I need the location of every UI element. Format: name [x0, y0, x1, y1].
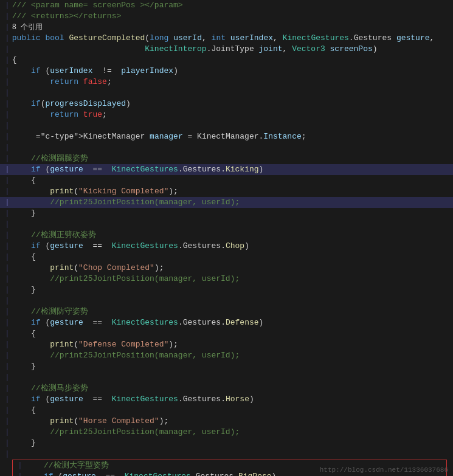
line-text: 8 个引用 [12, 22, 43, 33]
code-line: | [0, 219, 453, 230]
line-text: if (gesture == KinectGestures.Gestures.B… [25, 471, 277, 476]
code-line: |8 个引用 [0, 22, 453, 33]
line-text: { [12, 55, 17, 66]
line-text: if (gesture == KinectGestures.Gestures.D… [12, 317, 264, 328]
code-line: | ="c-type">KinectManager manager = Kine… [0, 131, 453, 142]
line-text: //检测马步姿势 [12, 383, 88, 394]
line-text: if (gesture == KinectGestures.Gestures.K… [12, 164, 264, 175]
code-line: |{ [0, 55, 453, 66]
code-line: | print("Kicking Completed"); [0, 186, 453, 197]
line-marker: | [5, 361, 10, 372]
code-line: | if (gesture == KinectGestures.Gestures… [0, 241, 453, 252]
line-text: print("Kicking Completed"); [12, 186, 178, 197]
line-marker: | [18, 460, 22, 471]
code-line: | { [0, 328, 453, 339]
code-line: |/// <returns></returns> [0, 11, 453, 22]
line-text: //print25JointPosition(manager, userId); [12, 274, 240, 285]
line-text: //检测正劈砍姿势 [12, 230, 96, 241]
line-marker: | [5, 197, 10, 208]
line-text: if (userIndex != playerIndex) [12, 66, 178, 77]
line-marker: | [5, 153, 10, 164]
line-marker: | [5, 88, 10, 98]
line-marker: | [5, 98, 10, 109]
code-line: | } [0, 285, 453, 295]
line-marker: | [5, 120, 10, 131]
code-line: | [0, 120, 453, 131]
line-text: } [12, 438, 36, 449]
line-text: //print25JointPosition(manager, userId); [12, 427, 240, 438]
code-line: | //检测正劈砍姿势 [0, 230, 453, 241]
line-text: } [12, 285, 36, 295]
line-marker: | [5, 394, 10, 405]
line-marker: | [5, 175, 10, 186]
code-line: | //检测马步姿势 [0, 383, 453, 394]
line-text: //检测大字型姿势 [25, 460, 109, 471]
line-marker: | [5, 295, 10, 306]
code-line: |public bool GestureCompleted(long userI… [0, 33, 453, 44]
code-line: | [0, 295, 453, 306]
line-text: //检测踢腿姿势 [12, 153, 88, 164]
line-text: { [12, 405, 36, 416]
code-line: | //print25JointPosition(manager, userId… [0, 427, 453, 438]
code-line: | } [0, 361, 453, 372]
code-line: | [0, 372, 453, 383]
code-line: | //检测踢腿姿势 [0, 153, 453, 164]
line-marker: | [5, 350, 10, 361]
line-text: KinectInterop.JointType joint, Vector3 s… [12, 44, 378, 55]
line-marker: | [5, 0, 10, 11]
line-text: print("Defense Completed"); [12, 339, 178, 350]
code-line: | { [0, 405, 453, 416]
line-text: public bool GestureCompleted(long userId… [12, 33, 435, 44]
line-text: { [12, 252, 36, 263]
code-line: | print("Chop Completed"); [0, 263, 453, 274]
line-text: } [12, 361, 36, 372]
line-marker: | [5, 328, 10, 339]
code-line: | } [0, 438, 453, 449]
code-line: | { [0, 252, 453, 263]
code-line: | [0, 88, 453, 98]
line-text: print("Chop Completed"); [12, 263, 164, 274]
line-marker: | [5, 383, 10, 394]
line-marker: | [5, 449, 10, 460]
line-marker: | [5, 252, 10, 263]
line-text: return true; [12, 109, 107, 120]
code-line: | return false; [0, 77, 453, 88]
line-marker: | [5, 164, 10, 175]
line-marker: | [5, 438, 10, 449]
line-marker: | [5, 33, 10, 44]
code-line: | //print25JointPosition(manager, userId… [0, 197, 453, 208]
line-marker: | [5, 405, 10, 416]
code-line: | //检测防守姿势 [0, 306, 453, 317]
code-line: | if (gesture == KinectGestures.Gestures… [0, 164, 453, 175]
line-text: return false; [12, 77, 112, 88]
line-text: if (gesture == KinectGestures.Gestures.H… [12, 394, 254, 405]
code-line: | if (userIndex != playerIndex) [0, 66, 453, 77]
code-editor: |/// <param name= screenPos ></param>|//… [0, 0, 453, 476]
code-line: | print("Defense Completed"); [0, 339, 453, 350]
code-line: | if(progressDisplayed) [0, 98, 453, 109]
line-marker: | [5, 44, 10, 55]
line-text: /// <param name= screenPos ></param> [12, 0, 183, 11]
code-line: |/// <param name= screenPos ></param> [0, 0, 453, 11]
code-line: | { [0, 175, 453, 186]
line-marker: | [5, 416, 10, 427]
line-marker: | [5, 230, 10, 241]
line-text: if(progressDisplayed) [12, 98, 131, 109]
line-marker: | [5, 22, 10, 33]
line-marker: | [5, 219, 10, 230]
line-text: //print25JointPosition(manager, userId); [12, 350, 240, 361]
code-line: | [0, 142, 453, 153]
line-text: if (gesture == KinectGestures.Gestures.C… [12, 241, 249, 252]
line-marker: | [5, 274, 10, 285]
code-line: | return true; [0, 109, 453, 120]
code-line: | //print25JointPosition(manager, userId… [0, 350, 453, 361]
line-marker: | [5, 339, 10, 350]
line-marker: | [5, 55, 10, 66]
watermark: http://blog.csdn.net/11336037686 [320, 466, 448, 474]
line-marker: | [5, 317, 10, 328]
line-marker: | [5, 11, 10, 22]
code-line: | //print25JointPosition(manager, userId… [0, 274, 453, 285]
line-marker: | [5, 263, 10, 274]
code-line: | if (gesture == KinectGestures.Gestures… [0, 317, 453, 328]
line-text: } [12, 208, 36, 219]
